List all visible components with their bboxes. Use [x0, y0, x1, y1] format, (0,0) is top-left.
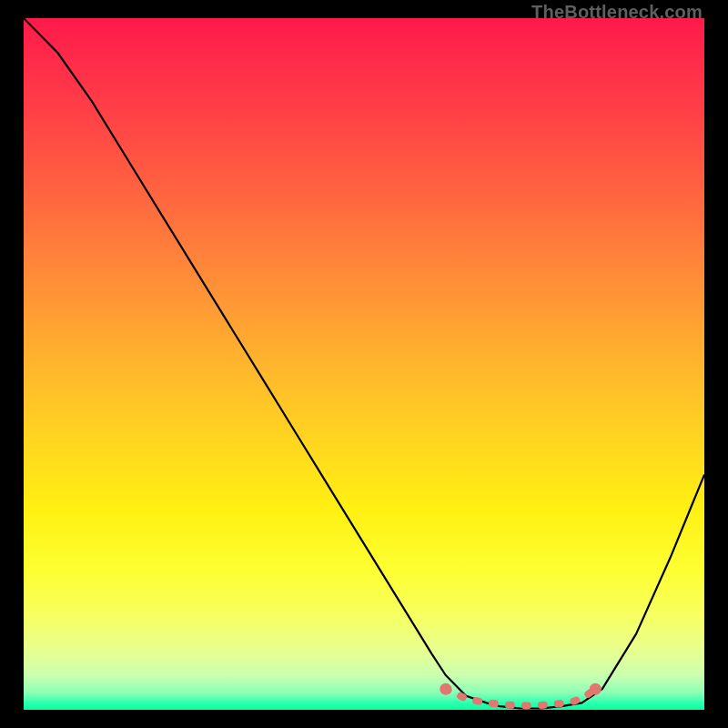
chart-frame: TheBottleneck.com [0, 0, 728, 728]
bottleneck-curve-path [24, 18, 704, 709]
target-range-markers [440, 683, 602, 706]
target-range-end-dot [590, 683, 602, 695]
chart-plot-area [24, 18, 704, 710]
target-range-end-dot [440, 683, 451, 695]
watermark-text: TheBottleneck.com [531, 2, 703, 23]
bottleneck-curve-svg [24, 18, 704, 710]
